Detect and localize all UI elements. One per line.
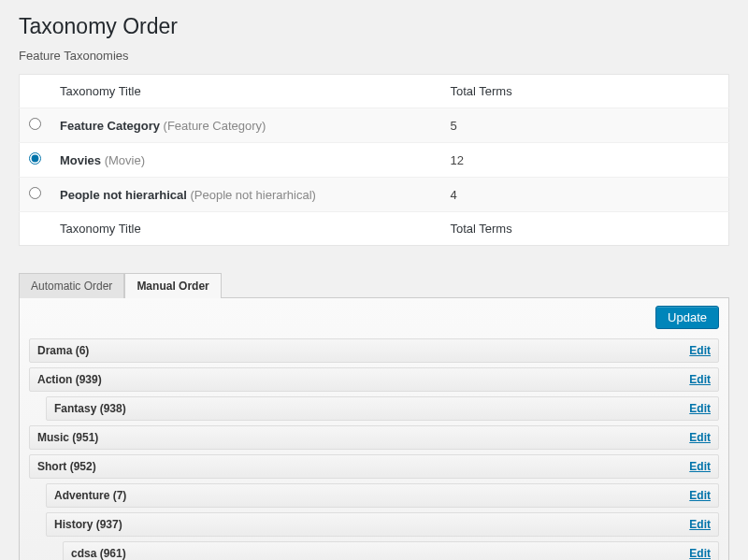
term-row[interactable]: Drama (6)Edit — [29, 338, 719, 363]
term-row[interactable]: Fantasy (938)Edit — [46, 396, 719, 421]
tab-automatic-order[interactable]: Automatic Order — [19, 273, 124, 298]
term-name: Adventure — [54, 489, 113, 502]
term-name: Drama — [37, 344, 76, 357]
table-row: People not hierarhical (People not hiera… — [20, 178, 729, 212]
term-name: Music — [37, 431, 72, 444]
term-count: (939) — [76, 373, 102, 386]
term-row[interactable]: Short (952)Edit — [29, 454, 719, 479]
taxonomy-title-cell: Feature Category (Feature Category) — [50, 108, 440, 143]
edit-link[interactable]: Edit — [689, 518, 711, 531]
term-label: Adventure (7) — [54, 489, 126, 502]
term-count: (937) — [96, 518, 122, 531]
term-count: (961) — [100, 547, 126, 560]
term-label: cdsa (961) — [71, 547, 126, 560]
taxonomy-slug: (Feature Category) — [164, 119, 266, 133]
term-row[interactable]: Adventure (7)Edit — [46, 483, 719, 508]
taxonomy-slug: (Movie) — [105, 153, 145, 167]
term-count: (951) — [72, 431, 98, 444]
table-footer-radio — [20, 212, 51, 246]
table-row: Movies (Movie)12 — [20, 143, 729, 178]
term-row[interactable]: Music (951)Edit — [29, 425, 719, 450]
term-label: Music (951) — [37, 431, 98, 444]
table-header-title: Taxonomy Title — [50, 75, 440, 108]
update-button[interactable]: Update — [655, 306, 719, 329]
taxonomy-count-cell: 4 — [440, 178, 728, 212]
term-name: cdsa — [71, 547, 100, 560]
table-row: Feature Category (Feature Category)5 — [20, 108, 729, 143]
term-name: Action — [37, 373, 76, 386]
order-panel: Update Drama (6)EditAction (939)EditFant… — [19, 298, 729, 560]
term-name: History — [54, 518, 96, 531]
term-count: (7) — [113, 489, 127, 502]
table-footer-title: Taxonomy Title — [50, 212, 440, 246]
table-footer-terms: Total Terms — [440, 212, 728, 246]
edit-link[interactable]: Edit — [689, 402, 711, 415]
panel-toolbar: Update — [20, 298, 728, 338]
tabs-row: Automatic Order Manual Order — [19, 272, 729, 298]
taxonomy-name: Movies — [60, 153, 105, 167]
edit-link[interactable]: Edit — [689, 547, 711, 560]
edit-link[interactable]: Edit — [689, 373, 711, 386]
terms-list: Drama (6)EditAction (939)EditFantasy (93… — [20, 338, 728, 560]
taxonomy-count-cell: 5 — [440, 108, 728, 143]
term-label: Drama (6) — [37, 344, 89, 357]
edit-link[interactable]: Edit — [689, 460, 711, 473]
term-count: (952) — [70, 460, 96, 473]
term-count: (6) — [76, 344, 90, 357]
table-header-terms: Total Terms — [440, 75, 728, 108]
table-header-radio — [20, 75, 51, 108]
taxonomy-title-cell: Movies (Movie) — [50, 143, 440, 178]
taxonomy-slug: (People not hierarhical) — [190, 188, 315, 202]
edit-link[interactable]: Edit — [689, 344, 711, 357]
taxonomy-table-body: Feature Category (Feature Category)5Movi… — [20, 108, 729, 212]
radio-cell — [20, 178, 51, 212]
term-count: (938) — [100, 402, 126, 415]
term-label: Fantasy (938) — [54, 402, 126, 415]
radio-cell — [20, 108, 51, 143]
taxonomy-name: Feature Category — [60, 119, 164, 133]
term-label: Action (939) — [37, 373, 102, 386]
term-row[interactable]: History (937)Edit — [46, 512, 719, 537]
taxonomy-radio[interactable] — [29, 118, 41, 130]
edit-link[interactable]: Edit — [689, 489, 711, 502]
term-row[interactable]: cdsa (961)Edit — [63, 541, 719, 560]
term-row[interactable]: Action (939)Edit — [29, 367, 719, 392]
taxonomy-radio[interactable] — [29, 187, 41, 199]
taxonomy-radio[interactable] — [29, 152, 41, 165]
tab-manual-order[interactable]: Manual Order — [124, 273, 221, 298]
term-name: Fantasy — [54, 402, 100, 415]
taxonomy-title-cell: People not hierarhical (People not hiera… — [50, 178, 440, 212]
radio-cell — [20, 143, 51, 178]
taxonomy-table: Taxonomy Title Total Terms Feature Categ… — [19, 74, 729, 246]
taxonomy-name: People not hierarhical — [60, 188, 190, 202]
term-label: History (937) — [54, 518, 122, 531]
edit-link[interactable]: Edit — [689, 431, 711, 444]
taxonomy-count-cell: 12 — [440, 143, 728, 178]
term-label: Short (952) — [37, 460, 96, 473]
page-title: Taxonomy Order — [19, 14, 729, 39]
page-subheading: Feature Taxonomies — [19, 49, 729, 63]
term-name: Short — [37, 460, 70, 473]
